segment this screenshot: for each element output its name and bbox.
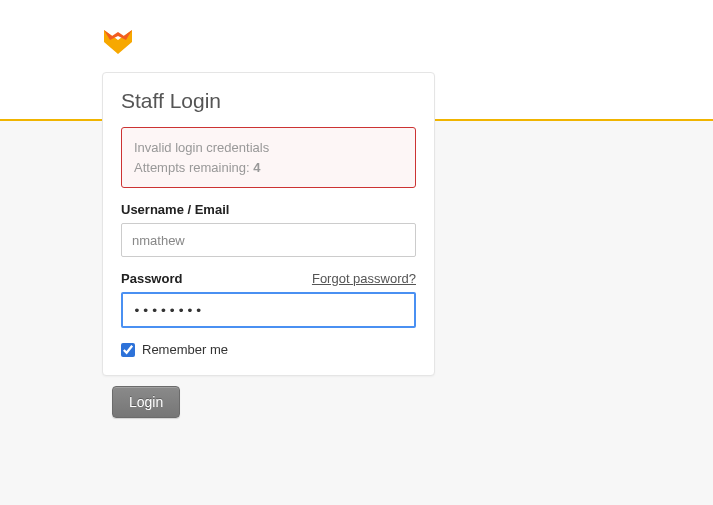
login-button[interactable]: Login bbox=[112, 386, 180, 418]
error-message: Invalid login credentials Attempts remai… bbox=[121, 127, 416, 188]
password-label: Password bbox=[121, 271, 182, 286]
password-input[interactable] bbox=[121, 292, 416, 328]
username-input[interactable] bbox=[121, 223, 416, 257]
error-line-1: Invalid login credentials bbox=[134, 138, 403, 158]
remember-me-checkbox[interactable] bbox=[121, 343, 135, 357]
forgot-password-link[interactable]: Forgot password? bbox=[312, 271, 416, 286]
username-label: Username / Email bbox=[121, 202, 416, 217]
remember-me-row: Remember me bbox=[121, 342, 416, 357]
remember-me-label: Remember me bbox=[142, 342, 228, 357]
error-line-2: Attempts remaining: 4 bbox=[134, 158, 403, 178]
card-title: Staff Login bbox=[121, 89, 416, 113]
fox-logo-icon bbox=[102, 26, 134, 58]
login-card: Staff Login Invalid login credentials At… bbox=[102, 72, 435, 376]
